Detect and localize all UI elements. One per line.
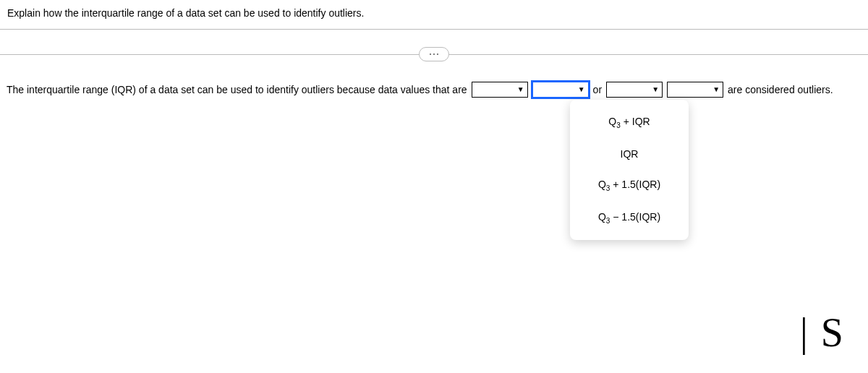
pill-dot-1 <box>430 53 431 55</box>
answer-connector: or <box>593 84 602 95</box>
answer-row: The interquartile range (IQR) of a data … <box>0 82 868 98</box>
dropdown-option-2[interactable]: IQR <box>621 148 639 160</box>
answer-suffix: are considered outliers. <box>728 84 833 95</box>
chevron-down-icon: ▼ <box>712 86 720 93</box>
chevron-down-icon: ▼ <box>578 86 585 93</box>
chevron-down-icon: ▼ <box>652 86 659 93</box>
dropdown-option-4[interactable]: Q3 − 1.5(IQR) <box>598 211 660 225</box>
dropdown-4[interactable]: ▼ <box>667 82 723 98</box>
dropdown-option-1[interactable]: Q3 + IQR <box>608 116 650 129</box>
pill-dot-2 <box>433 53 435 55</box>
dropdown-3[interactable]: ▼ <box>606 82 663 98</box>
expand-pill[interactable] <box>419 47 449 61</box>
question-text: Explain how the interquartile range of a… <box>7 7 364 19</box>
dropdown-1[interactable]: ▼ <box>472 82 528 98</box>
pill-dot-3 <box>437 53 438 55</box>
dropdown-option-3[interactable]: Q3 + 1.5(IQR) <box>598 179 660 192</box>
dropdown-menu: Q3 + IQR IQR Q3 + 1.5(IQR) Q3 − 1.5(IQR) <box>570 100 689 240</box>
dropdown-2[interactable]: ▼ <box>532 82 589 98</box>
answer-prefix: The interquartile range (IQR) of a data … <box>7 84 467 95</box>
chevron-down-icon: ▼ <box>517 86 524 93</box>
handwriting-annotation: | S <box>800 309 845 356</box>
